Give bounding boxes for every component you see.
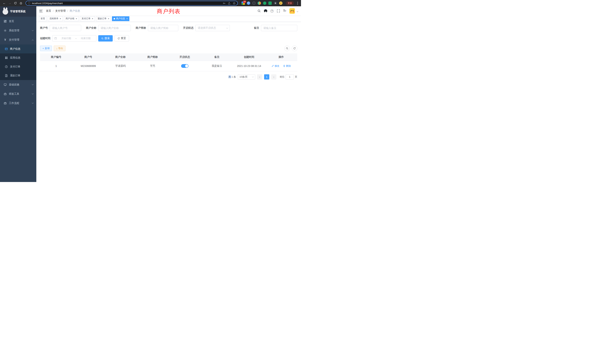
sidebar-item-dev-tools[interactable]: 研发工具 (0, 89, 36, 99)
close-icon[interactable]: × (108, 17, 109, 20)
tab-merchant-info[interactable]: 商户信息 × (112, 16, 129, 21)
font-size-icon[interactable]: TT (283, 9, 286, 13)
filter-row-1: 商户号 商户全称 商户简称 开启状态 请选择开启状态 (40, 25, 297, 31)
page-info-icon[interactable]: i (28, 2, 30, 4)
toggle-search-button[interactable] (284, 46, 290, 51)
cell-full-name: 芋道源码 (104, 61, 137, 71)
edit-link[interactable]: 修改 (271, 64, 279, 68)
chevron-down-icon (32, 83, 34, 85)
github-icon[interactable] (264, 9, 267, 13)
annotation-merchant-list: 商户列表 (157, 8, 181, 15)
breadcrumb: 首页 / 支付管理 / 商户信息 (46, 9, 80, 13)
sidebar-item-workflow[interactable]: 工作流程 (0, 99, 36, 108)
sidebar-item-payment-orders[interactable]: 支付订单 (0, 62, 36, 71)
browser-menu-button[interactable] (296, 1, 299, 5)
column-header: 开启状态 (169, 53, 201, 61)
close-icon[interactable]: × (76, 17, 77, 20)
browser-back-button[interactable]: ← (2, 1, 7, 6)
sidebar-item-system-management[interactable]: 系统管理 (0, 26, 36, 35)
cell-remark: 我是备注 (201, 61, 233, 71)
export-button[interactable]: ↓ 导出 (54, 46, 65, 51)
cell-status (169, 61, 201, 71)
column-header: 商户号 (72, 53, 105, 61)
extension-icon[interactable] (252, 1, 256, 5)
pagination-total: 共 1 条 (228, 75, 236, 79)
next-page-button[interactable]: › (271, 74, 276, 79)
fullscreen-icon[interactable] (277, 9, 280, 13)
dashboard-icon (4, 20, 7, 23)
breadcrumb-payment[interactable]: 支付管理 (55, 9, 66, 13)
column-header: 创建时间 (233, 53, 265, 61)
browser-home-button[interactable] (19, 1, 23, 6)
close-icon[interactable]: × (126, 17, 128, 20)
sidebar-toggle-button[interactable] (39, 9, 43, 13)
sidebar-item-refund-orders[interactable]: 退款订单 (0, 71, 36, 80)
extension-icon[interactable] (279, 1, 282, 5)
goto-page-input[interactable] (286, 74, 294, 79)
column-header: 商户编号 (40, 53, 72, 61)
status-label: 开启状态 (183, 26, 194, 30)
trash-icon (283, 65, 285, 67)
goto-label: 前往 (280, 75, 284, 79)
avatar-dropdown-caret-icon[interactable] (297, 10, 298, 12)
reset-button[interactable]: 重置 (115, 35, 129, 42)
sidebar-item-home[interactable]: 首页 (0, 17, 36, 26)
tab-payment-orders[interactable]: 支付订单 × (80, 16, 95, 21)
browser-forward-button[interactable]: → (7, 1, 12, 6)
refresh-table-button[interactable] (292, 46, 297, 51)
bookmark-star-icon[interactable] (233, 2, 236, 5)
extensions-area: 10 (240, 1, 284, 5)
add-button[interactable]: + 新增 (40, 46, 52, 51)
merchant-card-icon (5, 47, 8, 50)
page-size-select[interactable]: 10条/页 (238, 74, 255, 79)
close-icon[interactable]: × (60, 17, 61, 20)
user-avatar[interactable] (289, 8, 295, 14)
browser-toolbar: ← → i localhost:1024/pay/merchant 10 更新 (0, 0, 301, 6)
tab-refund-orders[interactable]: 退款订单 × (96, 16, 111, 21)
extension-icon[interactable] (274, 1, 277, 5)
short-name-input[interactable] (148, 25, 178, 31)
tab-process-form[interactable]: 流程表单 × (48, 16, 63, 21)
extension-icon[interactable] (258, 1, 261, 5)
merchant-no-input[interactable] (50, 25, 81, 31)
create-time-range-picker[interactable]: 开始日期 - 结束日期 (52, 35, 96, 42)
refresh-icon (293, 47, 296, 50)
extension-icon[interactable]: 10 (241, 1, 245, 5)
full-name-input[interactable] (98, 25, 131, 31)
chevron-up-icon (32, 40, 34, 41)
date-start-placeholder: 开始日期 (58, 37, 75, 40)
tab-home[interactable]: 首页 (39, 16, 47, 21)
sidebar-item-payment-management[interactable]: ¥ 支付管理 (0, 35, 36, 44)
search-button[interactable]: 搜索 (98, 35, 113, 42)
page-number-1[interactable]: 1 (264, 74, 269, 79)
sidebar-item-infrastructure[interactable]: 基础设施 (0, 80, 36, 89)
status-select[interactable]: 请选择开启状态 (195, 25, 230, 31)
help-icon[interactable]: ? (270, 10, 274, 13)
prev-page-button[interactable]: ‹ (257, 74, 262, 79)
sidebar-item-app-info[interactable]: 应用信息 (0, 53, 36, 62)
chevron-down-icon (252, 76, 254, 77)
breadcrumb-home[interactable]: 首页 (46, 9, 51, 13)
app-title: 芋道管理系统 (10, 10, 26, 13)
extension-icon[interactable] (268, 1, 272, 5)
active-tab-dot (114, 18, 115, 20)
remark-input[interactable] (261, 25, 297, 31)
browser-refresh-button[interactable] (13, 1, 18, 6)
status-toggle[interactable] (181, 64, 189, 68)
breadcrumb-current: 商户信息 (70, 9, 80, 13)
tab-user-group[interactable]: 用户分组 × (64, 16, 79, 21)
search-icon[interactable] (258, 9, 261, 13)
delete-link[interactable]: 删除 (283, 64, 291, 68)
merchant-table: 商户编号 商户号 商户全称 商户简称 开启状态 备注 创建时间 操作 1 M23… (40, 53, 297, 71)
column-header: 商户全称 (104, 53, 137, 61)
extension-icon[interactable] (247, 1, 250, 5)
extension-icon[interactable] (263, 1, 266, 5)
share-icon[interactable] (228, 2, 231, 5)
password-key-icon[interactable] (223, 2, 226, 5)
chrome-update-button[interactable]: 更新 (286, 1, 294, 5)
full-name-label: 商户全称 (86, 26, 96, 30)
close-icon[interactable]: × (92, 17, 93, 20)
cell-merchant-no: M233666999 (72, 61, 105, 71)
sidebar-item-merchant-info[interactable]: 商户信息 (0, 44, 36, 53)
address-bar[interactable]: i localhost:1024/pay/merchant (26, 1, 238, 6)
